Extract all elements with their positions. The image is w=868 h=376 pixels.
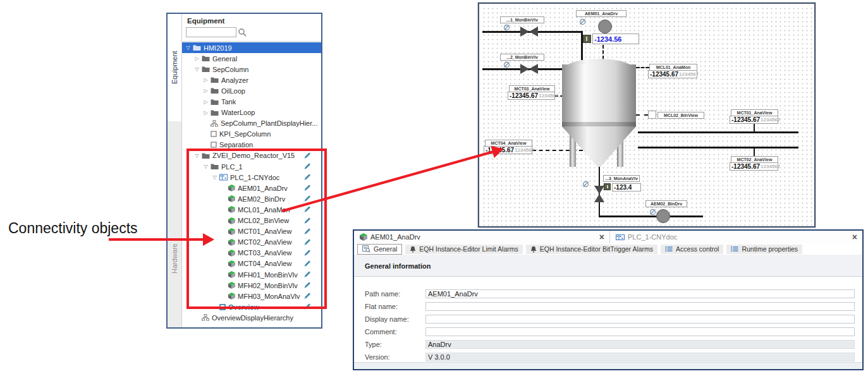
vertical-tab-hardware[interactable]: Hardware (168, 226, 181, 292)
tag-label-aem01[interactable]: AEM01_AnaDrv (576, 10, 627, 17)
expand-icon[interactable]: ▷ (202, 77, 209, 83)
tree-item-general[interactable]: ▷General (182, 53, 321, 64)
crossed-circle-icon (503, 61, 510, 68)
quality-indicator (583, 35, 591, 43)
square-icon (211, 142, 217, 148)
field-label: Type: (365, 341, 382, 348)
tab-eqh-instance-editor-bittrigger-alarms[interactable]: EQH Instance-Editor BitTrigger Alarms (526, 245, 657, 254)
vertical-tab-equipment[interactable]: Equipment (168, 14, 181, 121)
tree-item-overviewdisplayhierarchy[interactable]: OverviewDisplayHierarchy (182, 312, 321, 323)
tab-general[interactable]: General (357, 244, 402, 255)
process-value: -12345.67 (650, 71, 678, 78)
tag-label-valve2[interactable]: ...2_MonBinVlv (500, 54, 544, 61)
folder-icon (193, 44, 201, 51)
value-display-valve3_val[interactable]: -123.4 (612, 183, 641, 191)
tag-label-aem02[interactable]: AEM02_BinDrv (645, 200, 687, 207)
tree-item-label: Separation (219, 141, 253, 149)
expand-icon[interactable]: ▷ (202, 99, 209, 105)
list-icon (731, 246, 738, 252)
diagram-canvas: ...1_MonBinVlv...2_MonBinVlvAEM01_AnaDrv… (480, 4, 814, 226)
tree-item-oilloop[interactable]: ▷OilLoop (182, 85, 321, 96)
valve-icon[interactable] (594, 186, 604, 202)
section-title: General information (365, 262, 431, 270)
expand-icon[interactable]: ▷ (202, 88, 209, 94)
tree-item-analyzer[interactable]: ▷Analyzer (182, 75, 321, 85)
tag-label-valve1[interactable]: ...1_MonBinVlv (500, 16, 544, 23)
tree-item-kpi-sepcolumn[interactable]: KPI_SepColumn (182, 129, 321, 140)
tree-item-label: KPI_SepColumn (219, 130, 271, 138)
tank-band (562, 122, 636, 127)
motor-icon[interactable] (598, 20, 612, 33)
tree-item-label: Tank (221, 98, 236, 106)
value-display-aem01_val[interactable]: -1234.56 (592, 33, 639, 44)
window-tab-aem01[interactable]: AEM01_AnaDrv × (354, 231, 609, 243)
field-input-flat-name[interactable] (425, 302, 855, 311)
tree-item-sepcolumn[interactable]: ▽SepColumn (182, 64, 321, 75)
field-input-path-name[interactable] (425, 289, 855, 298)
window-tab-title: AEM01_AnaDrv (370, 233, 420, 241)
form-row: Flat name: (354, 302, 862, 311)
motor-icon[interactable] (656, 209, 670, 223)
tab-runtime-properties[interactable]: Runtime properties (726, 245, 802, 254)
tree-item-label: HMI2019 (204, 44, 232, 52)
tab-access-control[interactable]: Access control (661, 245, 723, 254)
ghost-value: 1234567 (515, 147, 534, 153)
close-icon[interactable]: × (852, 233, 857, 241)
red-highlight-box (186, 149, 327, 309)
binary-indicator[interactable] (648, 111, 656, 119)
pipe-header-1 (638, 131, 798, 133)
folder-icon (211, 87, 219, 94)
tab-label: General (374, 245, 397, 253)
equipment-search-input[interactable] (186, 27, 236, 37)
list-icon (665, 246, 673, 252)
collapse-icon[interactable]: ▽ (193, 66, 200, 72)
bell-icon (410, 246, 416, 253)
signal-line (636, 114, 648, 116)
value-display-mcl01_val[interactable]: -12345.671234567 (648, 70, 697, 78)
tree-item-label: Analyzer (221, 76, 248, 84)
process-value: -12345.67 (731, 116, 760, 123)
form-row: Path name: (354, 289, 862, 298)
tag-label-valve3[interactable]: ...3_MonAnaVlv (603, 175, 640, 182)
crossed-circle-icon (649, 209, 656, 215)
expand-icon[interactable]: ▷ (202, 110, 209, 116)
search-icon[interactable] (238, 28, 247, 37)
expand-icon[interactable]: ▷ (193, 56, 200, 61)
signal-line (636, 67, 649, 68)
connectivity-objects-label: Connectivity objects (8, 220, 138, 237)
value-display-mct01_val[interactable]: -12345.671234567 (730, 116, 778, 124)
pipe-header-2 (638, 147, 798, 149)
bell-icon (530, 246, 537, 253)
tree-item-sepcolumn-plantdisplayhier-[interactable]: SepColumn_PlantDisplayHier... (182, 118, 321, 129)
field-input-comment[interactable] (425, 327, 855, 336)
tree-item-tank[interactable]: ▷Tank (182, 96, 321, 107)
folder-icon (211, 76, 219, 83)
field-input-version (425, 353, 855, 361)
tree-item-label: WaterLoop (221, 109, 255, 116)
tag-label-mcl02[interactable]: MCL02_BinView (657, 112, 704, 119)
window-tab-plc1cnydoc[interactable]: PLC_1-CNYdoc × (609, 231, 862, 243)
tree-item-waterloop[interactable]: ▷WaterLoop (182, 107, 321, 118)
tab-eqh-instance-editor-limit-alarms[interactable]: EQH Instance-Editor Limit Alarms (405, 245, 522, 254)
valve-icon[interactable] (520, 27, 538, 37)
square-icon (211, 131, 217, 137)
crossed-circle-icon (582, 181, 589, 188)
panel-footer (354, 362, 862, 369)
properties-title-bar: AEM01_AnaDrv × PLC_1-CNYdoc × (354, 231, 862, 244)
pipe-outlet (670, 215, 703, 217)
value-display-mct03_val[interactable]: -12345.671234567 (508, 92, 555, 100)
field-input-display-name[interactable] (425, 315, 855, 324)
tree-item-label: OilLoop (221, 87, 245, 95)
folder-icon (202, 55, 210, 62)
folder-icon (211, 99, 219, 106)
tab-label: EQH Instance-Editor BitTrigger Alarms (540, 245, 653, 253)
process-value: -12345.67 (731, 163, 760, 170)
value-display-mct02_val[interactable]: -12345.671234567 (730, 162, 778, 171)
close-icon[interactable]: × (599, 233, 604, 241)
tree-item-hmi2019[interactable]: ▽HMI2019 (182, 42, 321, 53)
folder-icon (211, 109, 219, 116)
hmi-diagram-panel: ...1_MonBinVlv...2_MonBinVlvAEM01_AnaDrv… (478, 3, 816, 227)
collapse-icon[interactable]: ▽ (185, 45, 192, 51)
tree-item-label: SepColumn (212, 66, 248, 73)
valve-icon[interactable] (520, 64, 538, 74)
